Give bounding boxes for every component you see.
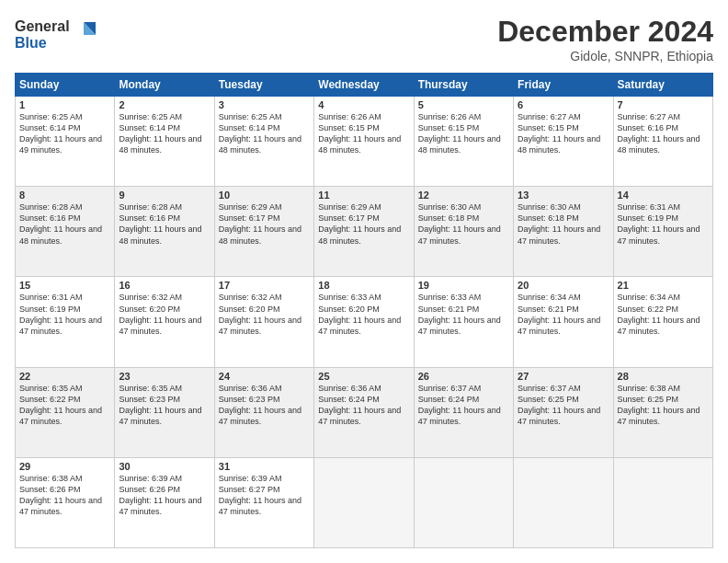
title-section: December 2024 Gidole, SNNPR, Ethiopia (497, 15, 713, 63)
header-tuesday: Tuesday (214, 74, 313, 97)
calendar-day-cell: 27 Sunrise: 6:37 AM Sunset: 6:25 PM Dayl… (514, 367, 613, 457)
header-monday: Monday (115, 74, 214, 97)
calendar-day-cell (514, 457, 613, 547)
day-info: Sunrise: 6:33 AM Sunset: 6:20 PM Dayligh… (318, 292, 409, 337)
day-info: Sunrise: 6:25 AM Sunset: 6:14 PM Dayligh… (219, 111, 310, 156)
header-sunday: Sunday (16, 74, 115, 97)
day-number: 10 (219, 190, 310, 201)
day-number: 11 (318, 190, 409, 201)
day-info: Sunrise: 6:38 AM Sunset: 6:25 PM Dayligh… (618, 383, 709, 428)
day-number: 13 (518, 190, 609, 201)
day-number: 31 (219, 461, 310, 472)
calendar-day-cell: 10 Sunrise: 6:29 AM Sunset: 6:17 PM Dayl… (214, 187, 313, 277)
day-number: 8 (19, 190, 110, 201)
header-saturday: Saturday (613, 74, 712, 97)
logo: General Blue (15, 15, 97, 59)
day-info: Sunrise: 6:32 AM Sunset: 6:20 PM Dayligh… (219, 292, 310, 337)
day-number: 24 (219, 371, 310, 382)
calendar-day-cell: 22 Sunrise: 6:35 AM Sunset: 6:22 PM Dayl… (16, 367, 115, 457)
day-info: Sunrise: 6:38 AM Sunset: 6:26 PM Dayligh… (19, 473, 110, 518)
day-number: 22 (19, 371, 110, 382)
day-info: Sunrise: 6:28 AM Sunset: 6:16 PM Dayligh… (19, 201, 110, 247)
day-info: Sunrise: 6:30 AM Sunset: 6:18 PM Dayligh… (518, 201, 609, 247)
header: General Blue December 2024 Gidole, SNNPR… (15, 15, 713, 63)
calendar-table: Sunday Monday Tuesday Wednesday Thursday… (15, 73, 713, 548)
day-info: Sunrise: 6:30 AM Sunset: 6:18 PM Dayligh… (418, 201, 509, 247)
day-info: Sunrise: 6:37 AM Sunset: 6:25 PM Dayligh… (518, 383, 609, 428)
calendar-day-cell: 4 Sunrise: 6:26 AM Sunset: 6:15 PM Dayli… (314, 97, 414, 187)
calendar-day-cell: 20 Sunrise: 6:34 AM Sunset: 6:21 PM Dayl… (514, 277, 613, 367)
calendar-day-cell: 15 Sunrise: 6:31 AM Sunset: 6:19 PM Dayl… (16, 277, 115, 367)
day-info: Sunrise: 6:27 AM Sunset: 6:16 PM Dayligh… (618, 111, 709, 156)
calendar-day-cell: 14 Sunrise: 6:31 AM Sunset: 6:19 PM Dayl… (613, 187, 712, 277)
calendar-day-cell: 28 Sunrise: 6:38 AM Sunset: 6:25 PM Dayl… (613, 367, 712, 457)
calendar-day-cell: 7 Sunrise: 6:27 AM Sunset: 6:16 PM Dayli… (613, 97, 712, 187)
calendar-day-cell: 11 Sunrise: 6:29 AM Sunset: 6:17 PM Dayl… (314, 187, 414, 277)
day-info: Sunrise: 6:36 AM Sunset: 6:23 PM Dayligh… (219, 383, 310, 428)
calendar-day-cell: 6 Sunrise: 6:27 AM Sunset: 6:15 PM Dayli… (514, 97, 613, 187)
day-number: 4 (318, 99, 409, 110)
calendar-day-cell: 5 Sunrise: 6:26 AM Sunset: 6:15 PM Dayli… (414, 97, 513, 187)
day-info: Sunrise: 6:35 AM Sunset: 6:23 PM Dayligh… (119, 383, 210, 428)
day-number: 25 (318, 371, 409, 382)
day-info: Sunrise: 6:29 AM Sunset: 6:17 PM Dayligh… (318, 201, 409, 247)
month-title: December 2024 (497, 15, 713, 49)
calendar-day-cell (414, 457, 513, 547)
calendar-day-cell: 18 Sunrise: 6:33 AM Sunset: 6:20 PM Dayl… (314, 277, 414, 367)
week-row-4: 22 Sunrise: 6:35 AM Sunset: 6:22 PM Dayl… (16, 367, 713, 457)
day-number: 23 (119, 371, 210, 382)
day-info: Sunrise: 6:34 AM Sunset: 6:22 PM Dayligh… (618, 292, 709, 337)
calendar-day-cell: 31 Sunrise: 6:39 AM Sunset: 6:27 PM Dayl… (214, 457, 313, 547)
header-thursday: Thursday (414, 74, 513, 97)
calendar-day-cell: 29 Sunrise: 6:38 AM Sunset: 6:26 PM Dayl… (16, 457, 115, 547)
day-number: 14 (618, 190, 709, 201)
calendar-day-cell: 21 Sunrise: 6:34 AM Sunset: 6:22 PM Dayl… (613, 277, 712, 367)
day-number: 6 (518, 99, 609, 110)
day-number: 7 (618, 99, 709, 110)
day-info: Sunrise: 6:27 AM Sunset: 6:15 PM Dayligh… (518, 111, 609, 156)
calendar-day-cell: 9 Sunrise: 6:28 AM Sunset: 6:16 PM Dayli… (115, 187, 214, 277)
day-info: Sunrise: 6:39 AM Sunset: 6:26 PM Dayligh… (119, 473, 210, 518)
day-number: 30 (119, 461, 210, 472)
day-number: 17 (219, 280, 310, 291)
weekday-header-row: Sunday Monday Tuesday Wednesday Thursday… (16, 74, 713, 97)
calendar-day-cell: 1 Sunrise: 6:25 AM Sunset: 6:14 PM Dayli… (16, 97, 115, 187)
day-number: 3 (219, 99, 310, 110)
day-number: 1 (19, 99, 110, 110)
day-info: Sunrise: 6:36 AM Sunset: 6:24 PM Dayligh… (318, 383, 409, 428)
header-friday: Friday (514, 74, 613, 97)
calendar-day-cell: 19 Sunrise: 6:33 AM Sunset: 6:21 PM Dayl… (414, 277, 513, 367)
day-info: Sunrise: 6:37 AM Sunset: 6:24 PM Dayligh… (418, 383, 509, 428)
day-info: Sunrise: 6:25 AM Sunset: 6:14 PM Dayligh… (19, 111, 110, 156)
calendar-day-cell: 30 Sunrise: 6:39 AM Sunset: 6:26 PM Dayl… (115, 457, 214, 547)
day-info: Sunrise: 6:25 AM Sunset: 6:14 PM Dayligh… (119, 111, 210, 156)
logo-text: General Blue (15, 15, 97, 59)
location: Gidole, SNNPR, Ethiopia (497, 49, 713, 63)
calendar-day-cell: 13 Sunrise: 6:30 AM Sunset: 6:18 PM Dayl… (514, 187, 613, 277)
day-number: 18 (318, 280, 409, 291)
calendar-day-cell: 16 Sunrise: 6:32 AM Sunset: 6:20 PM Dayl… (115, 277, 214, 367)
day-info: Sunrise: 6:39 AM Sunset: 6:27 PM Dayligh… (219, 473, 310, 518)
calendar-day-cell: 25 Sunrise: 6:36 AM Sunset: 6:24 PM Dayl… (314, 367, 414, 457)
day-info: Sunrise: 6:34 AM Sunset: 6:21 PM Dayligh… (518, 292, 609, 337)
calendar-day-cell: 3 Sunrise: 6:25 AM Sunset: 6:14 PM Dayli… (214, 97, 313, 187)
calendar-day-cell: 23 Sunrise: 6:35 AM Sunset: 6:23 PM Dayl… (115, 367, 214, 457)
day-number: 27 (518, 371, 609, 382)
day-number: 9 (119, 190, 210, 201)
day-number: 20 (518, 280, 609, 291)
week-row-5: 29 Sunrise: 6:38 AM Sunset: 6:26 PM Dayl… (16, 457, 713, 547)
header-wednesday: Wednesday (314, 74, 414, 97)
page: General Blue December 2024 Gidole, SNNPR… (0, 0, 728, 563)
day-info: Sunrise: 6:35 AM Sunset: 6:22 PM Dayligh… (19, 383, 110, 428)
day-info: Sunrise: 6:31 AM Sunset: 6:19 PM Dayligh… (19, 292, 110, 337)
calendar-day-cell (314, 457, 414, 547)
day-number: 12 (418, 190, 509, 201)
day-number: 16 (119, 280, 210, 291)
calendar-day-cell: 8 Sunrise: 6:28 AM Sunset: 6:16 PM Dayli… (16, 187, 115, 277)
day-info: Sunrise: 6:26 AM Sunset: 6:15 PM Dayligh… (418, 111, 509, 156)
calendar-day-cell: 17 Sunrise: 6:32 AM Sunset: 6:20 PM Dayl… (214, 277, 313, 367)
week-row-1: 1 Sunrise: 6:25 AM Sunset: 6:14 PM Dayli… (16, 97, 713, 187)
day-number: 15 (19, 280, 110, 291)
day-number: 5 (418, 99, 509, 110)
day-info: Sunrise: 6:28 AM Sunset: 6:16 PM Dayligh… (119, 201, 210, 247)
